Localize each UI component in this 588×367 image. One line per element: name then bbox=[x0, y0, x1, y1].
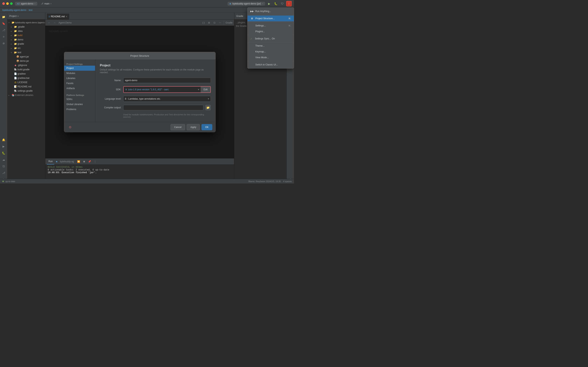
tree-item-external-libs[interactable]: ▸ 📚 External Libraries bbox=[7, 93, 45, 97]
more-actions-button[interactable]: ⋮ bbox=[286, 1, 292, 6]
tree-item-demo[interactable]: ▸ 📁 demo bbox=[7, 37, 45, 42]
project-name-badge[interactable]: AD agent-demo ▾ bbox=[15, 2, 37, 6]
editor-toolbar: ← → Agent-Demo { } ⊞ ⊡ ⋯ Gradle bbox=[45, 20, 234, 26]
sdk-dropdown[interactable]: ⬇ zulu-1.8 java version "1.8.0_402" - aa… bbox=[124, 87, 201, 92]
tree-item-demo-jar[interactable]: 📦 demo.jar bbox=[7, 59, 45, 63]
editor-icon-1[interactable]: { } bbox=[201, 20, 206, 25]
menu-plugins[interactable]: Plugins... bbox=[248, 29, 294, 34]
run-pin-btn[interactable]: 📌 bbox=[87, 159, 92, 164]
debug-icon[interactable]: 🐛 bbox=[1, 150, 7, 156]
project-icon[interactable]: 📁 bbox=[1, 14, 7, 20]
tree-item-gradle[interactable]: ▸ 📁 .gradle bbox=[7, 25, 45, 29]
menu-keymap[interactable]: Keymap... bbox=[248, 49, 294, 55]
coverage-button[interactable]: 🛡 bbox=[280, 1, 285, 6]
nav-sdks[interactable]: SDKs bbox=[64, 97, 95, 102]
nav-problems[interactable]: Problems bbox=[64, 107, 95, 112]
content-subtitle: Default settings for all modules. Config… bbox=[100, 68, 211, 74]
notifications-icon[interactable]: 🔔 bbox=[1, 137, 7, 143]
tree-item-src[interactable]: ▸ 📁 src bbox=[7, 46, 45, 50]
menu-settings-sync[interactable]: ✓ Settings Sync... On bbox=[248, 36, 294, 42]
editor-more[interactable]: ⋯ bbox=[217, 20, 222, 25]
lang-label: Language level: bbox=[100, 98, 121, 100]
back-button[interactable]: ← bbox=[47, 20, 52, 25]
file-tree-panel: Project ▾ ▾ 📂 bytebuddy-agent-demo [agen… bbox=[7, 13, 45, 184]
tree-item-agent-jar[interactable]: 📦 agent.jar bbox=[7, 55, 45, 59]
sdk-edit-button[interactable]: Edit bbox=[201, 87, 210, 92]
menu-view-mode[interactable]: View Mode... bbox=[248, 55, 294, 60]
structure-icon[interactable]: ≡ bbox=[1, 34, 7, 40]
tab-readme[interactable]: ℹ README.md ✕ bbox=[47, 14, 69, 19]
status-left: up-to-date bbox=[2, 180, 15, 183]
find-icon[interactable]: ⊕ bbox=[1, 40, 7, 46]
vcs-icon[interactable]: ⎇ bbox=[1, 170, 7, 176]
git-icon[interactable]: ⎇ bbox=[1, 27, 7, 33]
apply-button[interactable]: Apply bbox=[187, 124, 200, 130]
run-restart-btn[interactable]: ⏩ bbox=[77, 159, 81, 164]
run-icon[interactable]: ▶ bbox=[1, 143, 7, 149]
terminal-icon[interactable]: ⊡ bbox=[1, 163, 7, 169]
run-more-btn[interactable]: ⋮ bbox=[93, 159, 97, 164]
divider bbox=[224, 21, 224, 25]
editor-icon-2[interactable]: ⊞ bbox=[207, 20, 211, 25]
left-icon-bar: 📁 🔖 ⎇ ≡ ⊕ 🔔 ▶ 🐛 ☁ ⊡ ⎇ ⚠ bbox=[0, 13, 7, 184]
tree-item-build[interactable]: ▸ 📁 build bbox=[7, 33, 45, 37]
dialog-title-bar: Project Structure bbox=[64, 52, 216, 60]
dialog-sidebar: Project Settings Project Modules Librari… bbox=[64, 60, 95, 122]
breadcrumb-folder[interactable]: test bbox=[29, 9, 32, 11]
compiler-folder-button[interactable]: 📁 bbox=[205, 105, 211, 110]
tree-item-build-gradle[interactable]: 🐘 build.gradle bbox=[7, 67, 45, 72]
menu-settings[interactable]: Settings... ⌘, bbox=[248, 23, 294, 29]
sidebar-spacer bbox=[64, 91, 95, 93]
run-process-name: bytebuddy-ag bbox=[60, 160, 74, 163]
run-tab[interactable]: Run bbox=[47, 158, 54, 165]
forward-button[interactable]: → bbox=[52, 20, 57, 25]
run-anything-icon: ▶▶ bbox=[250, 9, 254, 13]
tree-item-settings-gradle[interactable]: 🐘 settings.gradle bbox=[7, 89, 45, 93]
lang-select[interactable]: 8 - Lambdas, type annotations etc. ▾ bbox=[123, 96, 211, 102]
maximize-button[interactable] bbox=[10, 2, 13, 5]
nav-modules[interactable]: Modules bbox=[64, 71, 95, 76]
menu-classic-ui[interactable]: Switch to Classic UI... bbox=[248, 62, 294, 67]
tree-item-gradlew[interactable]: 📄 gradlew bbox=[7, 72, 45, 76]
run-stop-btn[interactable]: ⏹ bbox=[82, 159, 86, 164]
sdk-label: SDK: bbox=[100, 88, 121, 91]
compiler-hint: Used for module subdirectories, Producti… bbox=[123, 113, 211, 118]
tree-item-readme[interactable]: 📝 README.md bbox=[7, 84, 45, 89]
title-bar-right: ◉ bytebuddy-agent-demo [jar] ▾ ▶ 🐛 🛡 ⋮ ▶… bbox=[227, 1, 292, 6]
tree-item-license[interactable]: ⚖ LICENSE bbox=[7, 80, 45, 84]
services-icon[interactable]: ☁ bbox=[1, 157, 7, 163]
tree-item-idea[interactable]: ▸ 📁 .idea bbox=[7, 29, 45, 33]
tree-item-root[interactable]: ▾ 📂 bytebuddy-agent-demo [agent-demo] bbox=[7, 20, 45, 25]
close-button[interactable] bbox=[2, 2, 5, 5]
branch-name-badge[interactable]: ⎇ main ▾ bbox=[39, 2, 53, 6]
nav-facets[interactable]: Facets bbox=[64, 81, 95, 86]
run-config[interactable]: ◉ bytebuddy-agent-demo [jar] ▾ bbox=[227, 2, 265, 6]
menu-project-structure[interactable]: ⊞ Project Structure... ⌘; bbox=[248, 16, 294, 21]
tree-item-gradle-dir[interactable]: ▸ 📁 gradle bbox=[7, 42, 45, 46]
menu-run-anything[interactable]: ▶▶ Run Anything... bbox=[248, 8, 294, 14]
debug-button[interactable]: 🐛 bbox=[273, 1, 278, 6]
bookmarks-icon[interactable]: 🔖 bbox=[1, 21, 7, 26]
tab-close-readme[interactable]: ✕ bbox=[66, 16, 67, 18]
tree-item-gradlew-bat[interactable]: 📄 gradlew.bat bbox=[7, 76, 45, 80]
compiler-input[interactable] bbox=[123, 105, 203, 110]
nav-global-libraries[interactable]: Global Libraries bbox=[64, 102, 95, 107]
editor-icon-3[interactable]: ⊡ bbox=[212, 20, 217, 25]
status-indent: 4 spaces bbox=[283, 180, 292, 183]
name-input[interactable] bbox=[123, 78, 211, 83]
tree-item-test[interactable]: ▾ 📂 test bbox=[7, 50, 45, 55]
minimize-button[interactable] bbox=[6, 2, 9, 5]
ok-button[interactable]: OK bbox=[201, 124, 212, 130]
tree-item-gitignore[interactable]: ◆ .gitignore bbox=[7, 63, 45, 67]
cancel-button[interactable]: Cancel bbox=[171, 124, 185, 130]
menu-theme[interactable]: Theme... bbox=[248, 43, 294, 49]
help-button[interactable]: ⊙ bbox=[67, 124, 73, 130]
dialog-main-content: Project Default settings for all modules… bbox=[95, 60, 216, 122]
nav-libraries[interactable]: Libraries bbox=[64, 76, 95, 81]
run-button[interactable]: ▶ bbox=[266, 1, 272, 6]
sdk-container: ⬇ zulu-1.8 java version "1.8.0_402" - aa… bbox=[123, 86, 211, 93]
nav-project[interactable]: Project bbox=[64, 66, 95, 71]
breadcrumb-project[interactable]: bytebuddy-agent-demo bbox=[2, 9, 26, 11]
nav-artifacts[interactable]: Artifacts bbox=[64, 86, 95, 91]
status-blame: Blame: ReaJason 2024/2/3, 19:35 bbox=[249, 180, 281, 183]
